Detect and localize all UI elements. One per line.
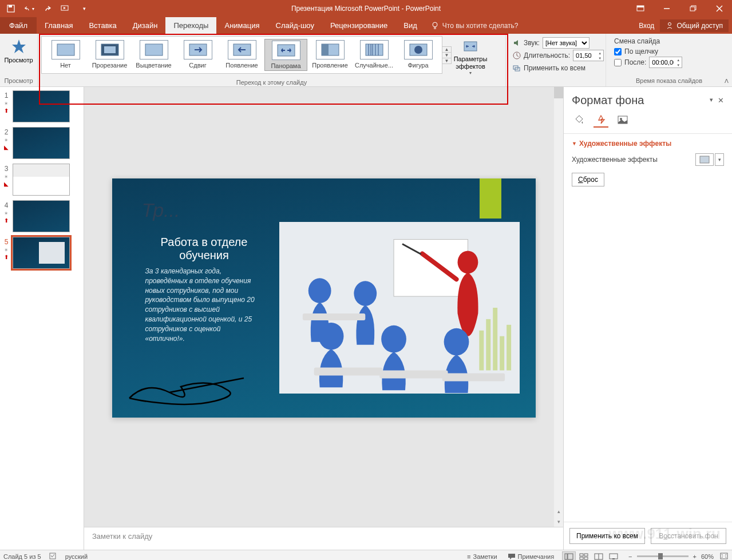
slide-sorter-view-icon[interactable] [577,551,591,561]
duration-up[interactable]: ▲ [596,50,603,55]
transition-reveal[interactable]: Проявление [308,39,351,71]
duration-down[interactable]: ▼ [596,55,603,61]
slide-thumb-1-wrap: 1✶⬆ [2,90,81,122]
transition-fade[interactable]: Выцветание [132,39,175,71]
scrollbar-thumb[interactable] [554,87,563,98]
pane-options-icon[interactable]: ▾ [710,96,713,105]
start-from-beginning-icon[interactable] [61,3,71,14]
on-click-checkbox[interactable] [614,48,622,55]
transition-cut[interactable]: Прорезание [88,39,131,71]
tab-animations[interactable]: Анимация [216,17,267,34]
zoom-out-button[interactable]: − [626,553,634,560]
slide-thumbnail-4[interactable] [13,200,70,232]
zoom-slider[interactable] [637,555,689,557]
svg-rect-54 [493,308,497,370]
slide-thumbnail-1[interactable] [13,90,70,122]
svg-rect-59 [700,156,709,163]
vertical-scrollbar[interactable]: ▴ ▾ [554,87,563,527]
collapse-ribbon-icon[interactable]: ᐱ [723,77,730,85]
transition-random-bars[interactable]: Случайные... [353,39,395,71]
effect-options-button[interactable]: Параметры эффектов ▾ [452,36,489,76]
qat-customize-icon[interactable]: ▾ [79,3,89,14]
after-up[interactable]: ▲ [675,57,682,62]
svg-rect-7 [690,7,695,11]
undo-icon[interactable]: ▾ [24,3,34,14]
gallery-expand[interactable]: ▼ [442,58,451,63]
zoom-slider-thumb[interactable] [658,553,663,559]
tab-file[interactable]: Файл [0,17,37,34]
tab-slideshow[interactable]: Слайд-шоу [268,17,322,34]
transition-split[interactable]: Панорама [264,39,307,71]
restore-icon[interactable] [680,0,706,17]
notes-pane[interactable]: Заметки к слайду [84,527,563,550]
svg-rect-49 [314,368,382,376]
slide-count[interactable]: Слайд 5 из 5 [3,553,41,560]
reset-button[interactable]: ССбросброс [572,173,604,186]
notes-placeholder: Заметки к слайду [92,532,152,541]
signature-image [124,375,250,410]
training-illustration [280,222,519,394]
pane-close-icon[interactable]: ✕ [718,96,724,105]
svg-rect-65 [580,557,583,559]
slide-canvas[interactable]: Тр... Работа в отделе обучения За 3 кале… [112,178,536,418]
artistic-effects-dropdown[interactable]: ▾ [715,153,724,166]
reading-view-icon[interactable] [592,551,606,561]
next-slide-button[interactable]: ▾ [554,519,563,525]
transition-push[interactable]: Сдвиг [176,39,219,71]
tell-me-search[interactable]: Что вы хотите сделать? [425,17,524,34]
zoom-in-button[interactable]: + [691,553,699,560]
advance-group-label: Время показа слайдов [606,76,732,86]
language-indicator[interactable]: русский [65,553,88,560]
apply-to-all-bg-button[interactable]: Применить ко всем [569,528,645,544]
svg-rect-71 [721,553,727,559]
svg-point-47 [444,328,469,356]
tab-view[interactable]: Вид [395,17,425,34]
slide-heading[interactable]: Работа в отделе обучения [150,236,259,262]
transition-wipe[interactable]: Появление [220,39,263,71]
minimize-icon[interactable] [654,0,679,17]
titlebar: ▾ ▾ Презентация Microsoft PowerPoint - P… [0,0,732,17]
restore-bg-button[interactable]: Восстановить фон [651,528,726,544]
signin-link[interactable]: Вход [639,22,654,30]
slide-body-text[interactable]: За 3 календарных года, проведённых в отд… [145,267,260,343]
editor-area: Тр... Работа в отделе обучения За 3 кале… [84,87,563,550]
effects-icon[interactable] [593,113,608,128]
slide-thumbnail-2[interactable] [13,127,70,159]
slideshow-view-icon[interactable] [607,551,620,561]
notes-toggle[interactable]: ≡ Заметки [465,552,500,561]
sound-select[interactable]: [Нет звука] [543,37,589,49]
tab-design[interactable]: Дизайн [125,17,166,34]
picture-icon[interactable] [615,113,630,128]
slide-area[interactable]: Тр... Работа в отделе обучения За 3 кале… [84,87,563,527]
normal-view-icon[interactable] [562,551,576,561]
tab-transitions[interactable]: Переходы [165,17,216,34]
close-icon[interactable] [707,0,732,17]
apply-all-label: Применить ко всем [524,64,585,72]
redo-icon[interactable] [42,3,53,14]
zoom-level[interactable]: 60% [701,553,714,560]
ribbon-display-options-icon[interactable] [628,0,653,17]
effects-section-header[interactable]: ▼ Художественные эффекты [572,140,724,148]
artistic-effects-preview[interactable] [695,153,714,166]
preview-button[interactable]: Просмотр [3,36,34,63]
after-down[interactable]: ▼ [675,62,682,67]
fit-to-window-icon[interactable] [719,552,729,561]
spell-check-icon[interactable] [49,552,57,561]
tab-review[interactable]: Рецензирование [322,17,395,34]
prev-slide-button[interactable]: ▴ [554,509,563,514]
gallery-scroll-down[interactable]: ▼ [442,53,451,58]
tab-home[interactable]: Главная [37,17,81,34]
share-button[interactable]: Общий доступ [660,19,729,32]
comments-toggle[interactable]: Примечания [505,552,557,561]
slide-thumbnail-3[interactable] [13,164,70,196]
transition-shape[interactable]: Фигура [397,39,440,71]
after-checkbox[interactable] [614,59,622,66]
gallery-scroll-up[interactable]: ▲ [442,47,451,53]
slide-thumbnail-5[interactable] [13,237,70,269]
save-icon[interactable] [6,3,16,14]
slide-image[interactable] [279,222,520,394]
tab-insert[interactable]: Вставка [81,17,124,34]
apply-to-all-button[interactable]: Применить ко всем [513,62,604,74]
fill-icon[interactable] [572,113,587,128]
transition-none[interactable]: Нет [44,39,87,71]
